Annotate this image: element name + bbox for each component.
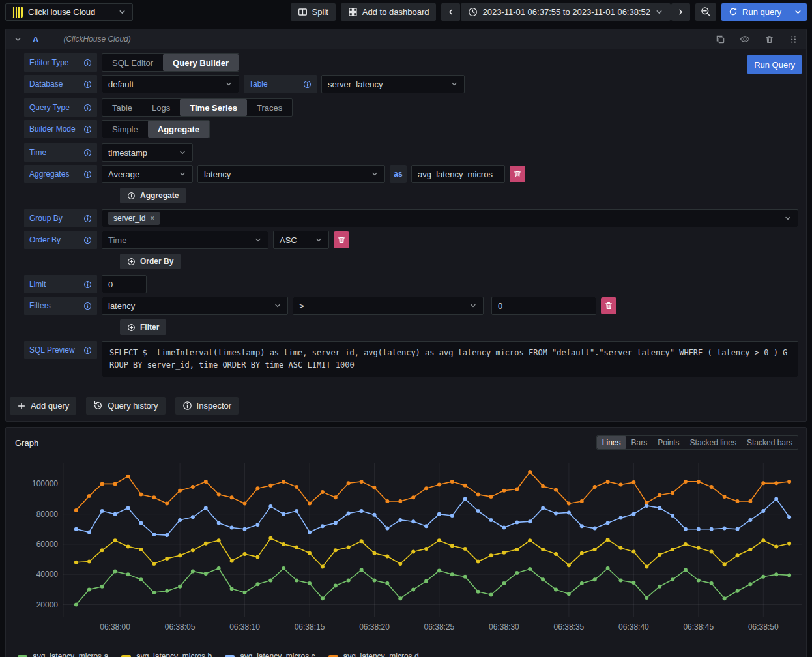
editor-type-option-query-builder[interactable]: Query Builder xyxy=(163,54,239,71)
chevron-down-icon xyxy=(469,302,477,310)
filter-field-select[interactable]: latency xyxy=(102,297,288,315)
table-select[interactable]: server_latency xyxy=(321,75,465,93)
svg-text:06:38:20: 06:38:20 xyxy=(359,622,390,632)
run-query-button[interactable]: Run query xyxy=(721,3,789,21)
time-column-select[interactable]: timestamp xyxy=(102,143,193,162)
hide-query-button[interactable] xyxy=(740,34,750,44)
filter-value-input[interactable] xyxy=(491,297,596,315)
run-query-split-button: Run query xyxy=(721,3,807,21)
graph-mode-stacked-bars[interactable]: Stacked bars xyxy=(742,436,798,449)
database-table-row: Database default Table server_latency xyxy=(24,75,802,93)
add-query-button[interactable]: Add query xyxy=(10,397,76,415)
remove-query-button[interactable] xyxy=(764,35,774,44)
query-type-option-logs[interactable]: Logs xyxy=(142,99,180,116)
query-type-row: Query Type Table Logs Time Series Traces xyxy=(24,98,802,117)
builder-mode-option-simple[interactable]: Simple xyxy=(102,121,148,138)
order-by-row: Order By Time ASC xyxy=(24,231,802,249)
legend-item-d[interactable]: avg_latency_micros d xyxy=(328,652,419,657)
group-by-select[interactable]: server_id × xyxy=(102,209,798,227)
info-icon[interactable] xyxy=(83,104,92,112)
zoom-out-time-button[interactable] xyxy=(695,3,716,21)
add-to-dashboard-button[interactable]: Add to dashboard xyxy=(341,3,437,21)
split-label: Split xyxy=(312,7,328,17)
chevron-down-icon xyxy=(179,170,186,178)
aggregate-function-select[interactable]: Average xyxy=(102,165,193,183)
datasource-picker[interactable]: ClickHouse Cloud xyxy=(5,3,133,21)
remove-filter-button[interactable] xyxy=(601,297,616,314)
editor-run-query-button[interactable]: Run Query xyxy=(747,55,802,74)
graph-panel: Graph Lines Bars Points Stacked lines St… xyxy=(5,427,807,657)
remove-tag-icon[interactable]: × xyxy=(150,214,154,223)
info-icon[interactable] xyxy=(83,149,92,157)
legend-item-a[interactable]: avg_latency_micros a xyxy=(18,652,108,657)
query-editor-panel: A (ClickHouse Cloud) Run Query Editor Ty… xyxy=(5,29,807,422)
builder-mode-label: Builder Mode xyxy=(29,124,76,134)
time-back-button[interactable] xyxy=(441,3,460,21)
add-order-by-button[interactable]: Order By xyxy=(120,254,181,269)
group-by-label: Group By xyxy=(29,214,63,223)
run-query-caret-button[interactable] xyxy=(789,3,807,21)
graph-mode-stacked-lines[interactable]: Stacked lines xyxy=(685,436,742,449)
svg-text:40000: 40000 xyxy=(36,570,59,579)
aggregate-column-select[interactable]: latency xyxy=(197,165,385,183)
info-icon[interactable] xyxy=(303,80,312,89)
graph-mode-lines[interactable]: Lines xyxy=(597,436,626,449)
chevron-down-icon xyxy=(274,302,282,310)
filter-operator-value: > xyxy=(299,301,304,311)
info-icon[interactable] xyxy=(83,236,92,244)
duplicate-query-button[interactable] xyxy=(716,35,725,44)
svg-text:80000: 80000 xyxy=(36,510,59,519)
drag-handle[interactable] xyxy=(789,35,798,44)
time-range-button[interactable]: 2023-11-01 06:37:55 to 2023-11-01 06:38:… xyxy=(461,3,671,21)
add-order-by-row: Order By xyxy=(120,254,802,269)
aggregate-function-value: Average xyxy=(108,169,139,179)
add-aggregate-button[interactable]: Aggregate xyxy=(120,188,186,203)
info-icon[interactable] xyxy=(83,80,92,89)
editor-type-option-sql-editor[interactable]: SQL Editor xyxy=(102,54,163,71)
info-icon[interactable] xyxy=(83,59,92,67)
database-value: default xyxy=(108,80,134,89)
order-by-field-select[interactable]: Time xyxy=(102,231,268,249)
chevron-down-icon xyxy=(371,170,379,178)
filter-operator-select[interactable]: > xyxy=(293,297,484,315)
plus-circle-icon xyxy=(127,323,136,332)
query-type-option-time-series[interactable]: Time Series xyxy=(180,99,247,116)
add-filter-button[interactable]: Filter xyxy=(120,319,166,335)
group-by-row: Group By server_id × xyxy=(24,209,802,227)
aggregate-alias-input[interactable] xyxy=(411,165,505,183)
database-select[interactable]: default xyxy=(102,75,239,93)
collapse-chevron-icon[interactable] xyxy=(14,35,22,44)
info-icon[interactable] xyxy=(83,125,92,134)
svg-text:06:38:40: 06:38:40 xyxy=(618,622,649,632)
info-icon[interactable] xyxy=(83,280,92,289)
graph-mode-points[interactable]: Points xyxy=(652,436,684,449)
sql-preview-label: SQL Preview xyxy=(29,345,75,355)
split-button[interactable]: Split xyxy=(291,3,336,21)
query-history-button[interactable]: Query history xyxy=(86,397,165,415)
info-icon[interactable] xyxy=(83,346,92,355)
remove-aggregate-button[interactable] xyxy=(510,166,525,182)
graph-mode-bars[interactable]: Bars xyxy=(626,436,653,449)
builder-mode-option-aggregate[interactable]: Aggregate xyxy=(148,121,209,138)
query-row-header[interactable]: A (ClickHouse Cloud) xyxy=(6,29,806,49)
order-by-direction-select[interactable]: ASC xyxy=(273,231,329,249)
svg-text:06:38:50: 06:38:50 xyxy=(748,622,779,632)
time-forward-button[interactable] xyxy=(671,3,690,21)
time-row: Time timestamp xyxy=(24,143,802,162)
chevron-down-icon xyxy=(784,214,792,222)
chevron-down-icon xyxy=(315,236,323,244)
group-by-tag-label: server_id xyxy=(113,214,145,223)
limit-input[interactable] xyxy=(102,275,147,293)
query-type-option-traces[interactable]: Traces xyxy=(247,99,292,116)
info-icon[interactable] xyxy=(83,170,92,179)
info-icon[interactable] xyxy=(83,302,92,310)
svg-text:20000: 20000 xyxy=(36,600,59,609)
database-label-cell: Database xyxy=(24,75,97,93)
legend-item-b[interactable]: avg_latency_micros b xyxy=(121,652,212,657)
remove-order-by-button[interactable] xyxy=(334,231,349,248)
inspector-button[interactable]: Inspector xyxy=(175,397,239,415)
sql-preview-label-cell: SQL Preview xyxy=(24,341,97,359)
query-type-option-table[interactable]: Table xyxy=(102,99,142,116)
info-icon[interactable] xyxy=(83,214,92,223)
legend-item-c[interactable]: avg_latency_micros c xyxy=(225,652,315,657)
